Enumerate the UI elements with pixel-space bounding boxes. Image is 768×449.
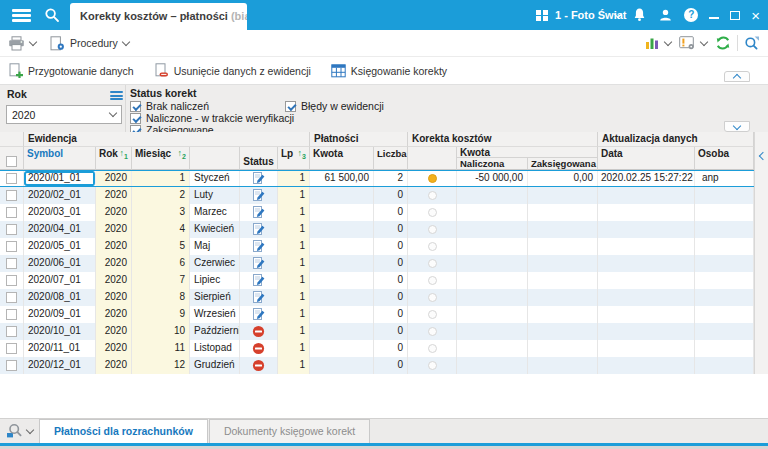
table-row[interactable]: 2020/09_01 2020 9 Wrzesień 1 0 bbox=[0, 306, 754, 323]
cell-lp: 1 bbox=[278, 204, 310, 221]
table-row[interactable]: 2020/10_01 2020 10 Październik 1 0 bbox=[0, 323, 754, 340]
procedury-menu-button[interactable]: Procedury bbox=[50, 36, 129, 51]
table-row[interactable]: 2020/11_01 2020 11 Listopad 1 0 bbox=[0, 340, 754, 357]
checkbox-icon bbox=[130, 113, 141, 124]
tab-dokumenty-ksiegowe-korekt[interactable]: Dokumenty księgowe korekt bbox=[209, 419, 370, 443]
cell-zaksiegowana bbox=[528, 221, 598, 238]
column-header-status[interactable]: Status bbox=[240, 147, 278, 170]
row-checkbox[interactable] bbox=[6, 292, 17, 303]
column-header-kwota[interactable]: Kwota bbox=[310, 147, 374, 170]
collapse-filter-button[interactable] bbox=[724, 71, 750, 82]
row-checkbox[interactable] bbox=[6, 173, 17, 184]
document-plus-icon bbox=[8, 63, 23, 78]
row-checkbox[interactable] bbox=[6, 207, 17, 218]
minimize-button[interactable] bbox=[709, 17, 719, 19]
correction-status-dot bbox=[428, 361, 437, 370]
row-checkbox[interactable] bbox=[6, 241, 17, 252]
locator-button[interactable] bbox=[0, 423, 39, 443]
document-tab[interactable]: Korekty kosztów – płatności(biala bbox=[70, 3, 247, 30]
cell-data bbox=[598, 323, 695, 340]
column-header-month-name[interactable] bbox=[190, 147, 240, 170]
table-row[interactable]: 2020/04_01 2020 4 Kwiecień 1 0 bbox=[0, 221, 754, 238]
table-row[interactable]: 2020/06_01 2020 6 Czerwiec 1 0 bbox=[0, 255, 754, 272]
table-row[interactable]: 2020/07_01 2020 7 Lipiec 1 0 bbox=[0, 272, 754, 289]
cell-correction-status bbox=[408, 238, 457, 255]
company-selector[interactable]: 1 - Foto Świat bbox=[536, 0, 627, 30]
print-button[interactable] bbox=[8, 36, 36, 51]
row-checkbox[interactable] bbox=[6, 190, 17, 201]
column-header-lp[interactable]: Lp 3 bbox=[278, 147, 310, 170]
checkbox-icon bbox=[130, 101, 141, 112]
prepare-data-button[interactable]: Przygotowanie danych bbox=[8, 63, 134, 78]
group-korekta-kosztow: Korekta kosztów bbox=[408, 132, 598, 147]
cell-status bbox=[240, 204, 278, 221]
table-row[interactable]: 2020/01_01 2020 1 Styczeń 1 61 500,00 2 bbox=[0, 170, 754, 187]
row-checkbox[interactable] bbox=[6, 275, 17, 286]
select-all-checkbox[interactable] bbox=[6, 156, 17, 167]
row-checkbox[interactable] bbox=[6, 258, 17, 269]
column-header-symbol[interactable]: Symbol bbox=[24, 147, 96, 170]
group-aktualizacja-danych: Aktualizacja danych bbox=[598, 132, 754, 147]
table-row[interactable]: 2020/02_01 2020 2 Luty 1 0 bbox=[0, 187, 754, 204]
maximize-button[interactable] bbox=[730, 11, 740, 20]
table-body: 2020/01_01 2020 1 Styczeń 1 61 500,00 2 bbox=[0, 170, 754, 375]
column-header-liczba[interactable]: Liczba bbox=[374, 147, 408, 170]
search-icon[interactable] bbox=[44, 7, 60, 23]
sort-asc-2-icon: 2 bbox=[178, 148, 186, 162]
row-checkbox[interactable] bbox=[6, 224, 17, 235]
cell-status bbox=[240, 306, 278, 323]
row-checkbox[interactable] bbox=[6, 309, 17, 320]
cell-osoba bbox=[695, 357, 754, 374]
table-row[interactable]: 2020/08_01 2020 8 Sierpień 1 0 bbox=[0, 289, 754, 306]
row-checkbox[interactable] bbox=[6, 343, 17, 354]
cell-status bbox=[240, 221, 278, 238]
refresh-icon[interactable] bbox=[715, 35, 731, 51]
column-header-data[interactable]: Data bbox=[598, 147, 695, 170]
column-header-correction-status[interactable] bbox=[408, 147, 457, 170]
book-correction-button[interactable]: Księgowanie korekty bbox=[331, 64, 447, 78]
row-checkbox[interactable] bbox=[6, 360, 17, 371]
cell-osoba bbox=[695, 272, 754, 289]
help-icon[interactable] bbox=[684, 8, 698, 22]
column-header-zaksiegowana[interactable]: Zaksięgowana bbox=[528, 158, 597, 169]
expand-filter-button[interactable] bbox=[724, 121, 750, 132]
cell-correction-status bbox=[408, 323, 457, 340]
tab-platnosci-dla-rozrachunkow[interactable]: Płatności dla rozrachunków bbox=[39, 419, 208, 443]
cell-symbol: 2020/06_01 bbox=[24, 255, 96, 272]
company-chevron-down-icon[interactable] bbox=[614, 9, 622, 17]
close-button[interactable] bbox=[751, 8, 760, 23]
cell-zaksiegowana bbox=[528, 340, 598, 357]
filter-params-icon[interactable] bbox=[110, 91, 123, 99]
table-row[interactable]: 2020/12_01 2020 12 Grudzień 1 0 bbox=[0, 357, 754, 374]
footer-gap bbox=[0, 374, 768, 418]
rok-select[interactable]: 2020 bbox=[6, 105, 122, 124]
header-group-row: Ewidencja Płatności Korekta kosztów Aktu… bbox=[0, 132, 754, 147]
correction-status-dot bbox=[428, 174, 437, 183]
column-header-miesiac[interactable]: Miesiąc 2 bbox=[132, 147, 190, 170]
alerts-settings-button[interactable] bbox=[679, 36, 707, 50]
status-edit-icon bbox=[252, 189, 265, 202]
table-row[interactable]: 2020/03_01 2020 3 Marzec 1 0 bbox=[0, 204, 754, 221]
remove-data-button[interactable]: Usunięcie danych z ewidencji bbox=[154, 63, 311, 78]
row-checkbox[interactable] bbox=[6, 326, 17, 337]
checkbox-bledy[interactable]: Błędy w ewidencji bbox=[285, 100, 384, 112]
user-icon[interactable] bbox=[658, 8, 673, 23]
cell-naliczona bbox=[457, 289, 528, 306]
checkbox-naliczone[interactable]: Naliczone - w trakcie weryfikacji bbox=[130, 112, 294, 124]
analysis-chart-button[interactable] bbox=[645, 36, 671, 50]
collapse-side-panel[interactable] bbox=[754, 132, 768, 374]
document-tab-suffix: (biala bbox=[231, 10, 247, 22]
table-row[interactable]: 2020/05_01 2020 5 Maj 1 0 bbox=[0, 238, 754, 255]
column-header-naliczona[interactable]: Naliczona bbox=[457, 158, 528, 169]
data-grid: Ewidencja Płatności Korekta kosztów Aktu… bbox=[0, 132, 754, 375]
column-header-osoba[interactable]: Osoba bbox=[695, 147, 754, 170]
notifications-bell-icon[interactable] bbox=[632, 7, 647, 23]
checkbox-brak-naliczen[interactable]: Brak naliczeń bbox=[130, 100, 209, 112]
cell-status bbox=[240, 357, 278, 374]
bottom-tabbar: Płatności dla rozrachunków Dokumenty ksi… bbox=[0, 418, 768, 443]
column-header-rok[interactable]: Rok 1 bbox=[96, 147, 132, 170]
status-korekt-label: Status korekt bbox=[130, 87, 197, 99]
cell-liczba: 2 bbox=[374, 171, 408, 186]
search-in-list-icon[interactable] bbox=[744, 35, 760, 51]
hamburger-menu-icon[interactable] bbox=[12, 9, 31, 22]
